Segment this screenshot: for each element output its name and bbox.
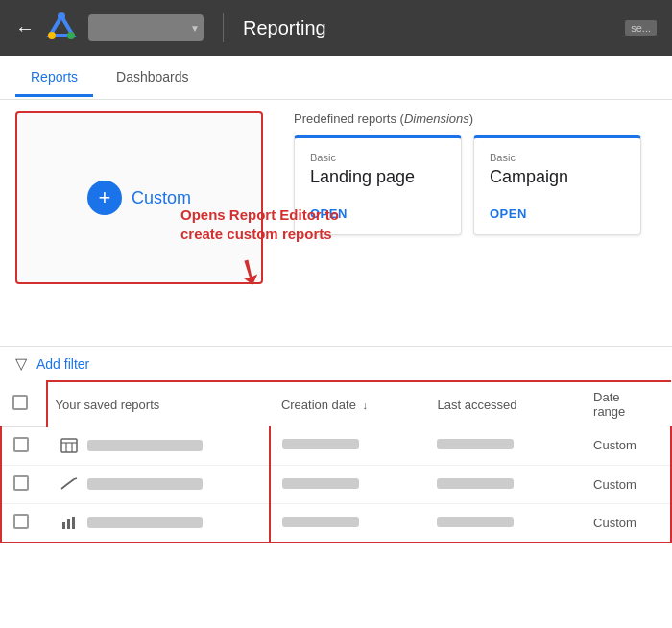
header-divider <box>223 13 224 42</box>
row-accessed-1 <box>425 465 582 503</box>
row-name-blurred-1 <box>87 478 203 490</box>
report-card-1: Basic Campaign OPEN <box>473 135 641 235</box>
row-daterange-1: Custom <box>582 465 671 503</box>
tab-reports[interactable]: Reports <box>15 58 93 97</box>
tabs-bar: Reports Dashboards <box>0 56 672 100</box>
page-title: Reporting <box>243 17 613 39</box>
plus-icon: + <box>87 181 122 215</box>
report-card-open-1[interactable]: OPEN <box>490 206 625 221</box>
row-creation-2 <box>270 503 426 543</box>
app-header: ← Reporting se... <box>0 0 672 56</box>
main-content: + Custom Predefined reports (Dimensions)… <box>0 100 672 296</box>
row-name-blurred-2 <box>87 517 203 528</box>
col-header-name: Your saved reports <box>47 381 270 426</box>
filter-bar: ▽ Add filter <box>0 346 672 380</box>
svg-point-3 <box>58 12 65 20</box>
header-checkbox[interactable] <box>12 395 28 410</box>
sort-arrow: ↓ <box>363 399 369 411</box>
row-name-2 <box>47 503 270 543</box>
annotation-1: Opens Report Editor to create custom rep… <box>180 205 392 243</box>
report-card-name-1: Campaign <box>490 167 625 187</box>
row-name-blurred-0 <box>87 440 203 451</box>
table-row: Custom <box>1 426 671 465</box>
report-card-type-0: Basic <box>310 152 445 163</box>
account-selector[interactable] <box>88 14 204 41</box>
svg-rect-4 <box>61 439 77 452</box>
row-checkbox-1[interactable] <box>13 475 29 491</box>
filter-icon: ▽ <box>15 354 27 373</box>
svg-rect-8 <box>62 522 65 529</box>
back-button[interactable]: ← <box>15 17 35 39</box>
custom-report-card[interactable]: + Custom <box>15 111 263 284</box>
report-card-type-1: Basic <box>490 152 625 163</box>
row-daterange-0: Custom <box>582 426 671 465</box>
col-header-accessed: Last accessed <box>425 381 582 426</box>
col-header-creation[interactable]: Creation date ↓ <box>270 381 426 426</box>
svg-point-2 <box>67 32 75 39</box>
svg-rect-9 <box>67 519 70 529</box>
tab-dashboards[interactable]: Dashboards <box>101 58 204 97</box>
google-ads-logo <box>46 12 77 43</box>
row-accessed-0 <box>425 426 582 465</box>
row-creation-1 <box>270 465 426 503</box>
trend-icon-1 <box>59 475 80 493</box>
row-name-1 <box>47 465 270 503</box>
table-row: Custom <box>1 503 671 543</box>
saved-reports-table: Your saved reports Creation date ↓ Last … <box>0 380 672 543</box>
table-row: Custom <box>1 465 671 503</box>
report-card-name-0: Landing page <box>310 167 445 187</box>
row-daterange-2: Custom <box>582 503 671 543</box>
bar-icon-2 <box>59 514 80 531</box>
row-accessed-2 <box>425 503 582 543</box>
row-name-0 <box>47 426 270 465</box>
row-checkbox-2[interactable] <box>13 514 29 529</box>
header-badge: se... <box>625 20 657 36</box>
svg-point-1 <box>48 32 56 39</box>
col-header-daterange: Daterange <box>582 381 671 426</box>
svg-rect-10 <box>72 517 75 529</box>
col-header-checkbox <box>1 381 47 426</box>
add-filter-button[interactable]: Add filter <box>36 356 89 372</box>
row-creation-0 <box>270 426 426 465</box>
right-panel: Predefined reports (Dimensions) Basic La… <box>278 100 672 296</box>
table-icon-0 <box>59 437 80 454</box>
row-checkbox-0[interactable] <box>13 437 29 452</box>
predefined-label: Predefined reports (Dimensions) <box>294 111 657 126</box>
